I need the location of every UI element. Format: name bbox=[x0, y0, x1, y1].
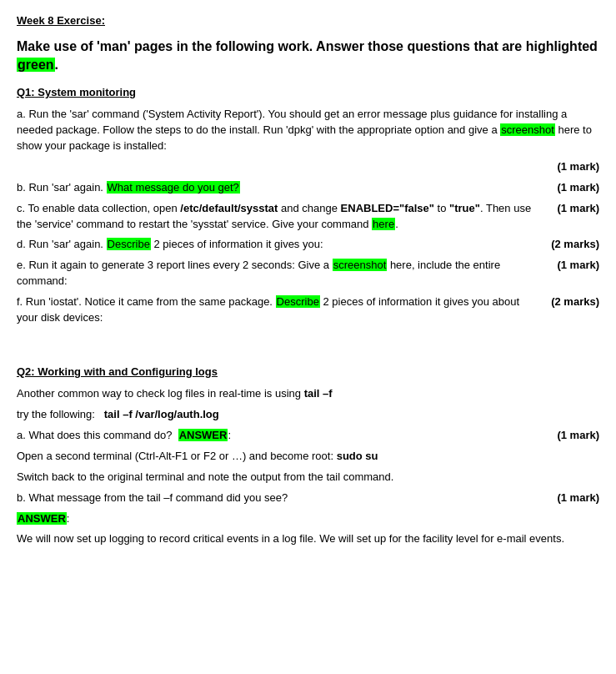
q2b-answer: ANSWER: bbox=[17, 511, 599, 527]
q2-sudo-su: sudo su bbox=[337, 450, 378, 462]
q2-tailf-bold: tail –f bbox=[304, 387, 333, 400]
q2b-answer-highlight: ANSWER bbox=[17, 512, 67, 525]
q1c-bold3: "true" bbox=[449, 202, 480, 214]
q1b-marks: (1 mark) bbox=[557, 180, 599, 196]
q1e-highlight: screenshot bbox=[333, 259, 388, 271]
q2a-row: a. What does this command do? ANSWER: (1… bbox=[17, 428, 599, 444]
q1f-marks: (2 marks) bbox=[551, 294, 599, 310]
q1d-marks: (2 marks) bbox=[551, 237, 599, 253]
q1d-text: d. Run 'sar' again. Describe 2 pieces of… bbox=[17, 237, 543, 253]
q2b-marks: (1 mark) bbox=[557, 490, 599, 506]
intro-heading: Make use of 'man' pages in the following… bbox=[17, 38, 599, 75]
q2-command: tail –f /var/log/auth.log bbox=[104, 408, 219, 420]
q1c-text: c. To enable data collection, open /etc/… bbox=[17, 201, 548, 233]
q1e-text: e. Run it again to generate 3 report lin… bbox=[17, 258, 548, 289]
q1a-text: a. Run the 'sar' command ('System Activi… bbox=[17, 107, 599, 154]
q1b-text: b. Run 'sar' again. What message do you … bbox=[17, 180, 548, 196]
q2-heading: Q2: Working with and Configuring logs bbox=[17, 365, 599, 380]
q1d-highlight: Describe bbox=[107, 238, 151, 250]
q1c-bold1: /etc/default/sysstat bbox=[180, 202, 278, 214]
q1a-marks-line: (1 mark) bbox=[17, 159, 599, 175]
q2-logging-text: We will now set up logging to record cri… bbox=[17, 531, 599, 547]
q2-open-terminal: Open a second terminal (Ctrl-Alt-F1 or F… bbox=[17, 449, 599, 465]
page-title: Week 8 Exercise: bbox=[17, 13, 599, 29]
q1a-highlight: screenshot bbox=[500, 123, 555, 136]
q2a-block: a. What does this command do? ANSWER: (1… bbox=[17, 428, 599, 444]
q1e-block: e. Run it again to generate 3 report lin… bbox=[17, 258, 599, 289]
q1e-row: e. Run it again to generate 3 report lin… bbox=[17, 258, 599, 289]
q1c-bold2: ENABLED="false" bbox=[341, 202, 434, 214]
q1a-marks: (1 mark) bbox=[557, 159, 599, 175]
q2b-text: b. What message from the tail –f command… bbox=[17, 490, 548, 506]
q2-try-line: try the following: tail –f /var/log/auth… bbox=[17, 407, 599, 423]
q1b-block: b. Run 'sar' again. What message do you … bbox=[17, 180, 599, 196]
q1d-row: d. Run 'sar' again. Describe 2 pieces of… bbox=[17, 237, 599, 253]
q1d-block: d. Run 'sar' again. Describe 2 pieces of… bbox=[17, 237, 599, 253]
q1e-marks: (1 mark) bbox=[557, 258, 599, 274]
q1a-block: a. Run the 'sar' command ('System Activi… bbox=[17, 107, 599, 174]
highlight-green-intro: green bbox=[17, 58, 55, 72]
q2a-highlight: ANSWER bbox=[178, 429, 228, 441]
q1f-block: f. Run 'iostat'. Notice it came from the… bbox=[17, 294, 599, 326]
q1-heading: Q1: System monitoring bbox=[17, 85, 599, 101]
q2-intro-line: Another common way to check log files in… bbox=[17, 386, 599, 402]
q2b-row: b. What message from the tail –f command… bbox=[17, 490, 599, 506]
q1c-row: c. To enable data collection, open /etc/… bbox=[17, 201, 599, 233]
q2a-text: a. What does this command do? ANSWER: bbox=[17, 428, 548, 444]
q1c-marks: (1 mark) bbox=[557, 201, 599, 217]
q1f-highlight: Describe bbox=[276, 295, 320, 308]
q1f-row: f. Run 'iostat'. Notice it came from the… bbox=[17, 294, 599, 326]
q1b-row: b. Run 'sar' again. What message do you … bbox=[17, 180, 599, 196]
q2b-block: Switch back to the original terminal and… bbox=[17, 470, 599, 527]
q2a-marks: (1 mark) bbox=[557, 428, 599, 444]
q1b-highlight: What message do you get? bbox=[107, 181, 240, 194]
q1c-block: c. To enable data collection, open /etc/… bbox=[17, 201, 599, 233]
q2-switch-back: Switch back to the original terminal and… bbox=[17, 470, 599, 485]
q1f-text: f. Run 'iostat'. Notice it came from the… bbox=[17, 294, 543, 326]
q1c-highlight: here bbox=[372, 218, 395, 230]
section-q2: Q2: Working with and Configuring logs An… bbox=[17, 365, 599, 548]
section-q1: Q1: System monitoring a. Run the 'sar' c… bbox=[17, 85, 599, 326]
